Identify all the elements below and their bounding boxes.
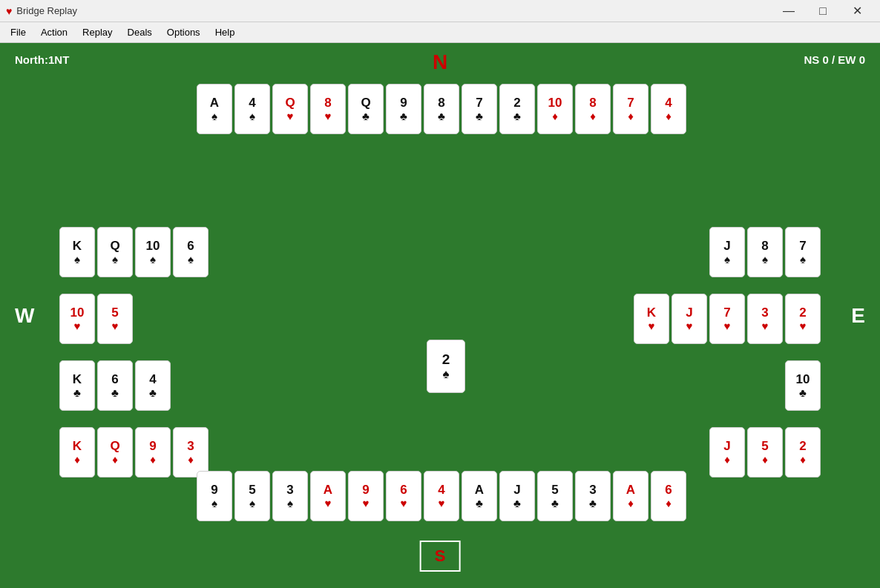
- card-north-7[interactable]: 8♣: [424, 84, 459, 134]
- card-north-11[interactable]: 8♦: [575, 84, 611, 134]
- west-diamonds: K♦ Q♦ 9♦ 3♦: [59, 427, 208, 478]
- card-west-h1[interactable]: 10♥: [59, 294, 95, 344]
- south-label: S: [420, 541, 461, 572]
- card-east-c1[interactable]: 10♣: [785, 360, 821, 411]
- card-west-c2[interactable]: 6♣: [97, 360, 133, 411]
- card-south-8[interactable]: A♣: [462, 471, 497, 521]
- card-south-7[interactable]: 4♥: [424, 471, 459, 521]
- menu-file[interactable]: File: [3, 24, 33, 40]
- card-north-1[interactable]: A♠: [197, 84, 232, 134]
- south-box: S: [420, 541, 461, 572]
- card-west-s4[interactable]: 6♠: [173, 227, 208, 277]
- card-west-c1[interactable]: K♣: [59, 360, 95, 411]
- west-clubs: K♣ 6♣ 4♣: [59, 360, 171, 411]
- card-west-d1[interactable]: K♦: [59, 427, 95, 478]
- card-east-s1[interactable]: J♠: [709, 227, 745, 277]
- game-area: North:1NT N NS 0 / EW 0 W E S A♠ 4♠ Q♥ 8…: [0, 43, 880, 588]
- maximize-button[interactable]: □: [806, 0, 840, 22]
- card-south-12[interactable]: A♦: [613, 471, 648, 521]
- card-north-13[interactable]: 4♦: [651, 84, 686, 134]
- card-west-h2[interactable]: 5♥: [97, 294, 133, 344]
- window-title: Bridge Replay: [16, 5, 772, 16]
- card-north-4[interactable]: 8♥: [310, 84, 346, 134]
- card-north-9[interactable]: 2♣: [499, 84, 535, 134]
- heart-icon: ♥: [6, 5, 12, 17]
- card-north-12[interactable]: 7♦: [613, 84, 648, 134]
- card-west-s1[interactable]: K♠: [59, 227, 95, 277]
- card-north-6[interactable]: 9♣: [386, 84, 421, 134]
- titlebar: ♥ Bridge Replay — □ ✕: [0, 0, 880, 22]
- card-west-d3[interactable]: 9♦: [135, 427, 171, 478]
- east-clubs: 10♣: [785, 360, 821, 411]
- card-west-d2[interactable]: Q♦: [97, 427, 133, 478]
- east-label: E: [851, 304, 865, 328]
- card-west-s3[interactable]: 10♠: [135, 227, 171, 277]
- card-south-1[interactable]: 9♠: [197, 471, 232, 521]
- north-hand: A♠ 4♠ Q♥ 8♥ Q♣ 9♣ 8♣ 7♣ 2♣ 10♦ 8♦ 7♦ 4♦: [197, 84, 686, 134]
- card-west-s2[interactable]: Q♠: [97, 227, 133, 277]
- window-controls: — □ ✕: [772, 0, 874, 22]
- west-hearts: 10♥ 5♥: [59, 294, 133, 344]
- card-east-h1[interactable]: K♥: [634, 294, 669, 344]
- card-east-d1[interactable]: J♦: [709, 427, 745, 478]
- card-south-6[interactable]: 6♥: [386, 471, 421, 521]
- card-east-d3[interactable]: 2♦: [785, 427, 821, 478]
- west-spades: K♠ Q♠ 10♠ 6♠: [59, 227, 208, 277]
- card-east-h4[interactable]: 3♥: [747, 294, 783, 344]
- card-east-h5[interactable]: 2♥: [785, 294, 821, 344]
- west-label: W: [15, 304, 34, 328]
- card-north-8[interactable]: 7♣: [462, 84, 497, 134]
- center-card[interactable]: 2 ♠: [427, 340, 465, 393]
- card-east-h2[interactable]: J♥: [672, 294, 707, 344]
- card-north-2[interactable]: 4♠: [234, 84, 270, 134]
- menu-help[interactable]: Help: [208, 24, 243, 40]
- minimize-button[interactable]: —: [772, 0, 806, 22]
- east-hearts: K♥ J♥ 7♥ 3♥ 2♥: [634, 294, 821, 344]
- south-hand: 9♠ 5♠ 3♠ A♥ 9♥ 6♥ 4♥ A♣ J♣ 5♣ 3♣ A♦ 6♦: [197, 471, 686, 521]
- card-south-11[interactable]: 3♣: [575, 471, 611, 521]
- contract-label: North:1NT: [15, 53, 69, 66]
- menu-options[interactable]: Options: [160, 24, 208, 40]
- card-east-h3[interactable]: 7♥: [709, 294, 745, 344]
- card-south-5[interactable]: 9♥: [348, 471, 384, 521]
- east-diamonds: J♦ 5♦ 2♦: [709, 427, 821, 478]
- card-south-2[interactable]: 5♠: [234, 471, 270, 521]
- card-south-13[interactable]: 6♦: [651, 471, 686, 521]
- card-west-c3[interactable]: 4♣: [135, 360, 171, 411]
- east-spades: J♠ 8♠ 7♠: [709, 227, 821, 277]
- card-north-10[interactable]: 10♦: [537, 84, 573, 134]
- card-west-d4[interactable]: 3♦: [173, 427, 208, 478]
- north-label: N: [433, 50, 447, 74]
- card-south-10[interactable]: 5♣: [537, 471, 573, 521]
- close-button[interactable]: ✕: [840, 0, 874, 22]
- card-north-5[interactable]: Q♣: [348, 84, 384, 134]
- card-east-s2[interactable]: 8♠: [747, 227, 783, 277]
- card-south-3[interactable]: 3♠: [272, 471, 308, 521]
- card-south-9[interactable]: J♣: [499, 471, 535, 521]
- score-label: NS 0 / EW 0: [804, 53, 865, 66]
- card-east-d2[interactable]: 5♦: [747, 427, 783, 478]
- card-east-s3[interactable]: 7♠: [785, 227, 821, 277]
- menu-deals[interactable]: Deals: [120, 24, 160, 40]
- menubar: File Action Replay Deals Options Help: [0, 22, 880, 43]
- card-south-4[interactable]: A♥: [310, 471, 346, 521]
- menu-action[interactable]: Action: [33, 24, 75, 40]
- menu-replay[interactable]: Replay: [75, 24, 119, 40]
- card-north-3[interactable]: Q♥: [272, 84, 308, 134]
